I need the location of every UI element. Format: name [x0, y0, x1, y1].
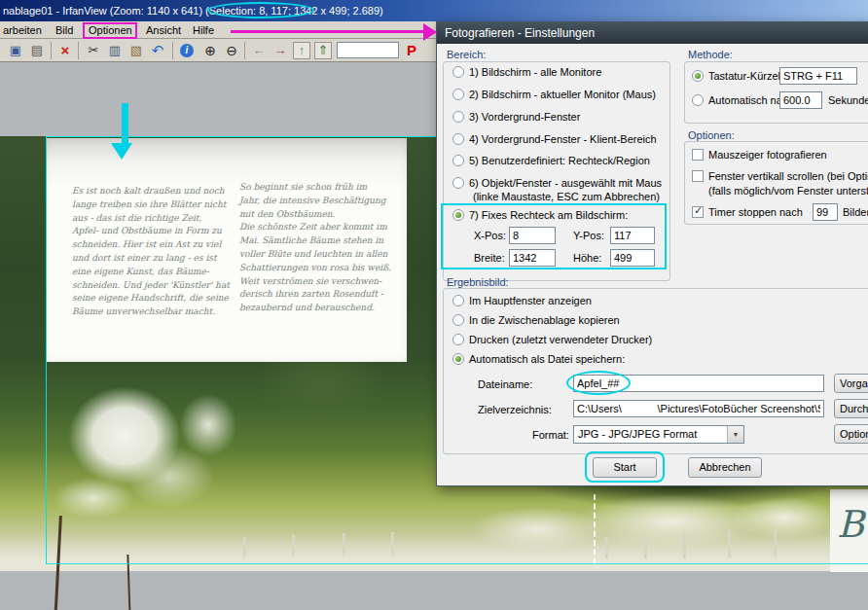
- fence-post: [292, 535, 295, 556]
- book-text-right: So beginnt sie schon früh im Jahr, die i…: [239, 181, 415, 315]
- menu-item-bearbeiten[interactable]: arbeiten: [0, 21, 45, 39]
- radio-icon: [452, 295, 464, 306]
- checkbox-label: Mauszeiger fotografieren: [708, 149, 827, 161]
- radio-label: 6) Objekt/Fenster - ausgewählt mit Maus: [469, 177, 662, 189]
- checkbox-timer-stoppen[interactable]: Timer stoppen nach: [692, 206, 803, 220]
- toolbar-separator: [78, 42, 79, 59]
- next-image-icon[interactable]: →: [271, 41, 290, 60]
- annotation-selection-values-ellipse: [207, 2, 314, 18]
- radio-zwischenablage[interactable]: In die Zwischenablage kopieren: [452, 314, 620, 328]
- format-value: JPG - JPG/JPEG Format: [578, 428, 697, 440]
- selection-rectangle-bottom: [46, 563, 868, 564]
- radio-tastatur-kuerzel[interactable]: Tastatur-Kürzel:: [692, 70, 783, 84]
- book-text-left: Es ist noch kalt draußen und noch lange …: [72, 185, 233, 319]
- fence-post: [683, 533, 686, 558]
- next-book-page: B: [830, 489, 868, 572]
- radio-icon: [452, 334, 464, 345]
- radio-hauptfenster[interactable]: Im Hauptfenster anzeigen: [452, 295, 592, 308]
- fence-post: [644, 535, 647, 558]
- toolbar-separator: [244, 42, 245, 59]
- delete-icon[interactable]: ×: [55, 41, 75, 60]
- radio-icon: [452, 177, 464, 189]
- zoom-in-icon[interactable]: ⊕: [200, 41, 220, 60]
- chevron-down-icon[interactable]: ▼: [727, 426, 743, 443]
- format-optionen-button[interactable]: Optionen: [834, 424, 868, 444]
- menu-item-bild[interactable]: Bild: [53, 21, 76, 39]
- selection-rectangle-left: [46, 136, 47, 563]
- prev-image-icon[interactable]: ←: [249, 41, 269, 60]
- zielverzeichnis-field[interactable]: [573, 400, 824, 417]
- annotation-fixes-rechteck-box: [441, 203, 667, 269]
- radio-label: 5) Benutzerdefiniert: Rechteck/Region: [469, 155, 650, 166]
- radio-label: In die Zwischenablage kopieren: [469, 314, 620, 326]
- cut-icon[interactable]: ✂: [84, 41, 103, 60]
- toolbar-p-label: P: [407, 39, 416, 62]
- checkbox-icon: [692, 149, 704, 161]
- radio-bereich-5[interactable]: 5) Benutzerdefiniert: Rechteck/Region: [452, 155, 650, 168]
- tastatur-kuerzel-field[interactable]: [779, 67, 857, 85]
- radio-icon: [452, 89, 464, 100]
- last-image-icon[interactable]: ⇑: [314, 42, 332, 59]
- format-label: Format:: [532, 429, 569, 441]
- undo-icon[interactable]: ↶: [148, 41, 167, 60]
- fotografieren-dialog: Fotografieren - Einstellungen Bereich: 1…: [436, 21, 868, 486]
- checkbox-icon: [692, 206, 704, 218]
- radio-bereich-4[interactable]: 4) Vordergrund-Fenster - Klient-Bereich: [452, 133, 657, 147]
- annotation-down-arrow: [122, 103, 128, 144]
- fence-post: [343, 533, 345, 556]
- methode-label: Methode:: [688, 49, 733, 60]
- annotation-arrow-to-dialog: [231, 30, 423, 33]
- zoom-out-icon[interactable]: ⊖: [222, 41, 241, 60]
- fence-post: [774, 529, 777, 556]
- checkbox-mauszeiger[interactable]: Mauszeiger fotografieren: [692, 149, 827, 162]
- radio-label: Im Hauptfenster anzeigen: [469, 295, 592, 306]
- first-image-icon[interactable]: ↑: [293, 42, 310, 59]
- radio-icon: [452, 66, 464, 78]
- durchsuchen-button[interactable]: Durchsuchen: [834, 399, 868, 418]
- abbrechen-button[interactable]: Abbrechen: [688, 457, 762, 478]
- toolbar-separator: [51, 42, 52, 59]
- sekunden-label: Sekunden: [828, 94, 868, 106]
- vorgabe-button[interactable]: Vorgabe: [834, 374, 868, 393]
- checkbox-label: Fenster vertikall scrollen (bei Option: [708, 170, 868, 182]
- radio-bereich-2[interactable]: 2) Bildschirm - aktueller Monitor (Maus): [452, 89, 656, 102]
- radio-icon: [692, 94, 704, 106]
- dialog-titlebar[interactable]: Fotografieren - Einstellungen: [437, 22, 868, 44]
- checkbox-label: Timer stoppen nach: [708, 206, 803, 218]
- radio-als-datei-speichern[interactable]: Automatisch als Datei speichern:: [452, 353, 625, 367]
- checkbox-icon: [692, 170, 704, 182]
- page-gutter-dashed-line: [594, 494, 596, 564]
- radio-label: 2) Bildschirm - aktueller Monitor (Maus): [469, 89, 656, 100]
- copy-icon[interactable]: ▥: [105, 41, 125, 60]
- radio-icon: [452, 111, 464, 123]
- print-icon[interactable]: ▤: [27, 41, 47, 60]
- save-icon[interactable]: ▣: [6, 41, 25, 60]
- annotation-dateiname-ellipse: [566, 371, 631, 395]
- window-titlebar[interactable]: nablage01 - IrfanView (Zoom: 1140 x 641)…: [0, 0, 868, 21]
- paste-icon[interactable]: ▧: [127, 41, 146, 60]
- annotation-arrow-to-dialog-head: [423, 23, 437, 41]
- automatisch-nach-field[interactable]: [779, 91, 822, 109]
- annotation-down-arrow-head: [111, 143, 132, 160]
- dialog-title: Fotografieren - Einstellungen: [445, 26, 595, 40]
- dateiname-label: Dateiname:: [478, 378, 532, 390]
- radio-label: 3) Vordergrund-Fenster: [469, 111, 580, 123]
- radio-icon: [452, 314, 464, 326]
- radio-icon: [692, 70, 704, 82]
- radio-bereich-6[interactable]: 6) Objekt/Fenster - ausgewählt mit Maus: [452, 177, 662, 191]
- optionen-label: Optionen:: [688, 129, 735, 141]
- checkbox-fenster-scrollen[interactable]: Fenster vertikall scrollen (bei Option: [692, 170, 868, 184]
- menu-item-hilfe[interactable]: Hilfe: [190, 21, 217, 39]
- timer-field[interactable]: [813, 203, 838, 221]
- menu-item-ansicht[interactable]: Ansicht: [143, 21, 184, 39]
- format-select[interactable]: JPG - JPG/JPEG Format ▼: [573, 425, 744, 444]
- radio-bereich-3[interactable]: 3) Vordergrund-Fenster: [452, 111, 580, 125]
- toolbar-input[interactable]: [337, 42, 399, 58]
- radio-label: 4) Vordergrund-Fenster - Klient-Bereich: [469, 133, 657, 145]
- window-title: nablage01 - IrfanView (Zoom: 1140 x 641)…: [3, 5, 383, 17]
- radio-drucken[interactable]: Drucken (zuletzt verwendeter Drucker): [452, 334, 652, 347]
- radio-icon: [452, 133, 464, 145]
- radio-icon: [452, 155, 464, 166]
- info-icon[interactable]: i: [180, 44, 194, 57]
- radio-bereich-1[interactable]: 1) Bildschirm - alle Monitore: [452, 66, 601, 80]
